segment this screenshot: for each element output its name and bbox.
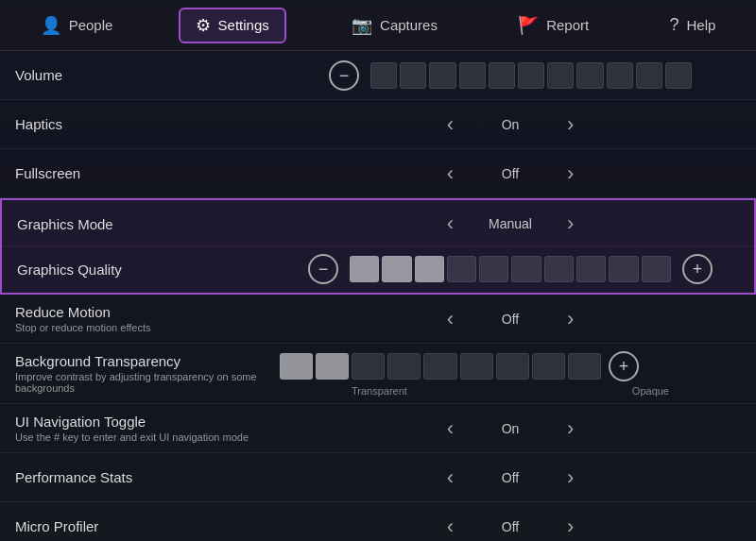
graphics-quality-control: − +: [282, 254, 739, 284]
gq-seg6: [511, 256, 541, 282]
bt-seg7: [496, 353, 529, 380]
micro-profiler-next-btn[interactable]: ›: [559, 513, 581, 541]
seg11: [665, 62, 692, 89]
bt-seg5: [423, 353, 456, 380]
haptics-control: ‹ On ›: [280, 110, 741, 139]
graphics-mode-next-btn[interactable]: ›: [559, 210, 581, 238]
haptics-prev-btn[interactable]: ‹: [439, 110, 461, 139]
volume-label: Volume: [15, 67, 62, 83]
graphics-mode-control: ‹ Manual ›: [282, 210, 739, 238]
performance-stats-prev-btn[interactable]: ‹: [439, 464, 461, 492]
seg2: [400, 62, 426, 89]
gq-seg7: [544, 256, 574, 282]
performance-stats-value: Off: [472, 470, 548, 485]
seg1: [370, 62, 397, 89]
setting-ui-nav-toggle: UI Navigation Toggle Use the # key to en…: [0, 404, 756, 453]
people-icon: 👤: [41, 15, 61, 36]
settings-panel: Volume − Haptics ‹ On: [0, 51, 756, 541]
graphics-mode-prev-btn[interactable]: ‹: [439, 210, 461, 238]
setting-haptics: Haptics ‹ On ›: [0, 100, 756, 149]
captures-icon: 📷: [352, 15, 372, 36]
settings-icon: ⚙: [196, 15, 211, 36]
gq-seg10: [642, 256, 671, 282]
gq-seg9: [609, 256, 638, 282]
bt-seg2: [316, 353, 349, 380]
setting-fullscreen: Fullscreen ‹ Off ›: [0, 149, 756, 198]
bg-transparency-increase-btn[interactable]: +: [609, 351, 639, 381]
haptics-next-btn[interactable]: ›: [559, 110, 581, 139]
performance-stats-next-btn[interactable]: ›: [559, 464, 581, 492]
transparency-labels: Transparent Opaque: [350, 385, 671, 397]
setting-volume: Volume −: [0, 51, 756, 100]
gq-seg2: [382, 256, 411, 282]
bt-seg4: [387, 353, 421, 380]
ui-nav-next-btn[interactable]: ›: [559, 414, 581, 443]
setting-graphics-quality: Graphics Quality − +: [0, 245, 756, 295]
bg-transparency-control: + Transparent Opaque: [280, 351, 741, 397]
seg5: [489, 62, 515, 89]
micro-profiler-value: Off: [472, 519, 548, 534]
transparent-label: Transparent: [352, 385, 407, 397]
gq-seg3: [415, 256, 444, 282]
reduce-motion-prev-btn[interactable]: ‹: [439, 305, 461, 333]
ui-nav-toggle-label: UI Navigation Toggle: [15, 414, 146, 430]
graphics-quality-increase-btn[interactable]: +: [682, 254, 713, 284]
bt-seg6: [460, 353, 493, 380]
navbar: 👤 People ⚙ Settings 📷 Captures 🚩 Report …: [0, 0, 756, 51]
nav-people-label: People: [69, 17, 113, 33]
graphics-quality-decrease-btn[interactable]: −: [308, 254, 338, 284]
fullscreen-label: Fullscreen: [15, 165, 80, 181]
reduce-motion-control: ‹ Off ›: [280, 305, 741, 333]
nav-report[interactable]: 🚩 Report: [503, 9, 604, 42]
nav-captures[interactable]: 📷 Captures: [336, 9, 453, 42]
setting-micro-profiler: Micro Profiler ‹ Off ›: [0, 502, 756, 541]
seg3: [429, 62, 455, 89]
seg7: [547, 62, 574, 89]
gq-seg4: [447, 256, 476, 282]
fullscreen-control: ‹ Off ›: [280, 160, 741, 188]
seg4: [459, 62, 486, 89]
micro-profiler-control: ‹ Off ›: [280, 513, 741, 541]
reduce-motion-value: Off: [472, 312, 548, 327]
help-icon: ?: [669, 15, 679, 35]
gq-seg8: [576, 256, 606, 282]
gq-seg1: [350, 256, 379, 282]
fullscreen-prev-btn[interactable]: ‹: [439, 160, 461, 188]
nav-people[interactable]: 👤 People: [26, 9, 129, 42]
performance-stats-control: ‹ Off ›: [280, 464, 741, 492]
ui-nav-toggle-control: ‹ On ›: [280, 414, 741, 443]
nav-settings[interactable]: ⚙ Settings: [179, 8, 286, 43]
nav-help[interactable]: ? Help: [654, 9, 730, 41]
volume-control: −: [280, 60, 741, 91]
bt-seg1: [280, 353, 313, 380]
reduce-motion-next-btn[interactable]: ›: [559, 305, 581, 333]
seg9: [607, 62, 633, 89]
opaque-label: Opaque: [632, 385, 669, 397]
setting-bg-transparency: Background Transparency Improve contrast…: [0, 344, 756, 404]
graphics-mode-value: Manual: [472, 216, 548, 231]
setting-reduce-motion: Reduce Motion Stop or reduce motion effe…: [0, 295, 756, 344]
nav-report-label: Report: [546, 17, 589, 33]
bg-transparency-slider[interactable]: [280, 353, 601, 380]
report-icon: 🚩: [518, 15, 539, 36]
setting-graphics-mode: Graphics Mode ‹ Manual ›: [0, 198, 756, 247]
bg-transparency-label: Background Transparency: [15, 353, 180, 369]
performance-stats-label: Performance Stats: [15, 469, 132, 485]
nav-captures-label: Captures: [380, 17, 438, 33]
bt-seg8: [532, 353, 565, 380]
volume-slider[interactable]: [370, 62, 692, 89]
bt-seg3: [352, 353, 385, 380]
bg-transparency-sublabel: Improve contrast by adjusting transparen…: [15, 371, 280, 394]
setting-performance-stats: Performance Stats ‹ Off ›: [0, 453, 756, 502]
graphics-quality-slider[interactable]: [350, 256, 671, 282]
volume-decrease-btn[interactable]: −: [329, 60, 359, 91]
nav-help-label: Help: [686, 17, 715, 33]
reduce-motion-sublabel: Stop or reduce motion effects: [15, 322, 280, 333]
fullscreen-next-btn[interactable]: ›: [559, 160, 581, 188]
haptics-label: Haptics: [15, 116, 62, 132]
reduce-motion-label: Reduce Motion: [15, 304, 111, 320]
graphics-quality-label: Graphics Quality: [17, 262, 122, 278]
micro-profiler-prev-btn[interactable]: ‹: [439, 513, 461, 541]
seg6: [518, 62, 544, 89]
ui-nav-prev-btn[interactable]: ‹: [439, 414, 461, 443]
